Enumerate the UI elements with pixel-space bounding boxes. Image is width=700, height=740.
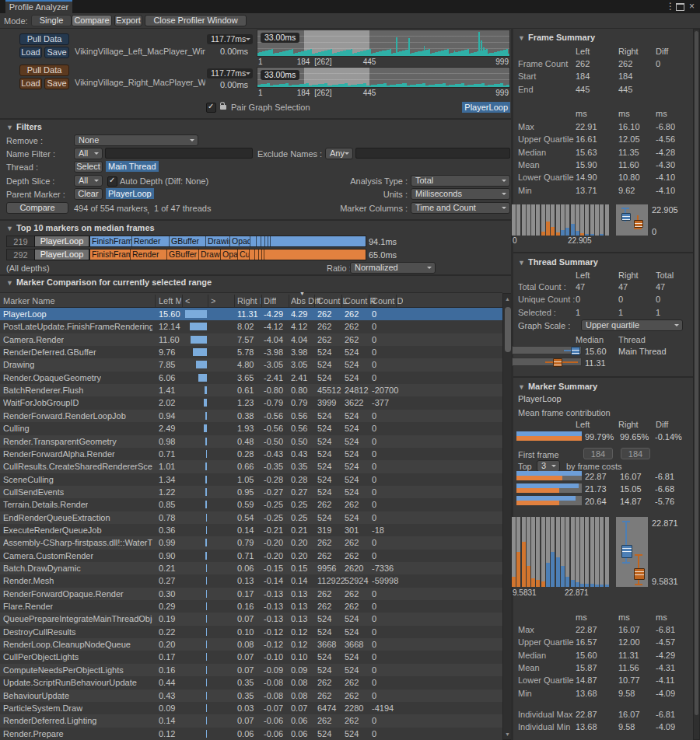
- marker-row[interactable]: Update.ScriptRunBehaviourUpdate0.440.35-…: [0, 676, 502, 689]
- frame-summary-stat-row: Min13.719.62-4.10: [513, 183, 691, 196]
- median-frame-left[interactable]: 219: [6, 236, 35, 247]
- marker-row[interactable]: Batch.DrawDynamic0.210.06-0.150.15995626…: [0, 562, 502, 574]
- analysis-type-dropdown[interactable]: Total: [411, 175, 510, 187]
- marker-row[interactable]: RenderDeferred.Lighting0.140.07-0.060.06…: [0, 714, 502, 727]
- close-icon[interactable]: ×: [689, 1, 695, 12]
- first-frame-right-button[interactable]: 184: [621, 448, 650, 459]
- marker-columns-label: Marker Columns :: [330, 203, 408, 214]
- tab-profile-analyzer[interactable]: Profile Analyzer: [5, 0, 72, 13]
- thread-value: Main Thread: [106, 161, 159, 172]
- ratio-label: Ratio :: [327, 263, 352, 274]
- marker-row[interactable]: Terrain.Details.Render0.850.59-0.250.252…: [0, 498, 502, 511]
- first-frame-left-button[interactable]: 184: [583, 448, 613, 459]
- marker-row[interactable]: SceneCulling1.341.05-0.280.285245240: [0, 473, 502, 486]
- marker-row[interactable]: Drawing7.854.80-3.053.055245240: [0, 358, 502, 371]
- load-left-button[interactable]: Load: [19, 47, 42, 58]
- marker-row[interactable]: ComputeNeedsPerObjectLights0.160.07-0.09…: [0, 664, 502, 676]
- lock-icon[interactable]: [220, 105, 226, 110]
- depth-slice-dropdown[interactable]: All: [74, 175, 103, 187]
- marker-row[interactable]: BehaviourUpdate0.430.35-0.080.082622620: [0, 689, 502, 702]
- marker-row[interactable]: ExecuteRenderQueueJob0.360.14-0.210.2131…: [0, 524, 502, 536]
- col-diff: Diff: [264, 296, 276, 305]
- marker-row[interactable]: PlayerLoop15.6011.31-4.294.292622620: [0, 308, 502, 320]
- remove-dropdown[interactable]: None: [74, 134, 198, 146]
- median-frame-right[interactable]: 292: [6, 249, 35, 260]
- pull-data-left-button[interactable]: Pull Data: [19, 33, 69, 45]
- marker-summary-stat-row: Upper Quartile16.5712.00-4.57: [513, 636, 691, 648]
- name-filter-mode-dropdown[interactable]: All: [74, 148, 103, 159]
- mode-single-button[interactable]: Single: [31, 15, 72, 26]
- top10-bar-left[interactable]: FinishFrameReRenderGBufferDrawingOpaqu: [89, 236, 366, 247]
- right-panel-scrollbar[interactable]: [693, 29, 700, 740]
- marker-row[interactable]: Render.Prepare0.120.06-0.060.065245240: [0, 728, 502, 740]
- marker-row[interactable]: Camera.Render11.607.57-4.044.042622620: [0, 333, 502, 346]
- comparison-table-header[interactable]: Marker Name Left Me < > Right M Diff Abs…: [0, 292, 502, 308]
- close-profiler-window-button[interactable]: Close Profiler Window: [145, 15, 247, 26]
- frame-summary-header[interactable]: ▼Frame Summary: [518, 33, 595, 42]
- save-left-button[interactable]: Save: [44, 47, 69, 58]
- save-right-button[interactable]: Save: [44, 78, 69, 89]
- mode-compare-button[interactable]: Compare: [72, 15, 112, 26]
- thread-summary-header[interactable]: ▼Thread Summary: [518, 257, 598, 267]
- window-tab-bar: Profile Analyzer ⋮ ×: [0, 0, 700, 13]
- auto-depth-checkbox[interactable]: [107, 176, 117, 187]
- pair-graph-checkbox[interactable]: [206, 103, 216, 113]
- exclude-names-label: Exclude Names :: [257, 148, 322, 159]
- export-button[interactable]: Export: [114, 15, 142, 26]
- pull-data-right-button[interactable]: Pull Data: [19, 65, 69, 76]
- comparison-header[interactable]: ▼Marker Comparison for currently selecte…: [6, 278, 212, 287]
- marker-columns-dropdown[interactable]: Time and Count: [411, 202, 510, 214]
- marker-row[interactable]: Culling2.491.93-0.560.565245240: [0, 422, 502, 435]
- thread-select-button[interactable]: Select: [74, 161, 103, 173]
- exclude-names-input[interactable]: [355, 148, 510, 159]
- marker-row[interactable]: RenderForward.RenderLoopJob0.940.38-0.56…: [0, 410, 502, 422]
- parent-clear-button[interactable]: Clear: [74, 188, 103, 200]
- marker-row[interactable]: DestroyCullResults0.220.10-0.120.1252452…: [0, 626, 502, 638]
- marker-row[interactable]: BatchRenderer.Flush1.410.61-0.800.804551…: [0, 384, 502, 396]
- marker-row[interactable]: CullResults.CreateSharedRendererScene1.0…: [0, 460, 502, 473]
- range-max-left-dropdown[interactable]: 117.77ms: [207, 34, 253, 44]
- marker-row[interactable]: Flare.Render0.290.16-0.130.132622620: [0, 600, 502, 613]
- marker-row[interactable]: Render.Mesh0.270.13-0.140.1411292252924-…: [0, 574, 502, 587]
- top10-bar-right[interactable]: FinishFrameRRenderGBufferDrawingOpaquCu: [89, 249, 366, 260]
- marker-row[interactable]: PostLateUpdate.FinishFrameRendering12.14…: [0, 320, 502, 333]
- frame-time-graph-right[interactable]: 33.00ms: [257, 67, 510, 88]
- ratio-dropdown[interactable]: Normalized: [350, 262, 436, 274]
- marker-row[interactable]: CullSendEvents1.220.95-0.270.275245240: [0, 486, 502, 498]
- marker-row[interactable]: Render.OpaqueGeometry6.063.65-2.412.4152…: [0, 372, 502, 384]
- top-n-dropdown[interactable]: 3: [537, 460, 560, 472]
- median-bar: [206, 602, 208, 610]
- name-filter-input[interactable]: [105, 148, 253, 159]
- marker-summary-header[interactable]: ▼Marker Summary: [518, 382, 597, 391]
- maximize-icon[interactable]: [676, 3, 684, 11]
- marker-row[interactable]: CullPerObjectLights0.170.07-0.100.105245…: [0, 651, 502, 663]
- kebab-menu-icon[interactable]: ⋮: [666, 1, 675, 12]
- load-right-button[interactable]: Load: [19, 78, 42, 89]
- marker-row[interactable]: RenderLoop.CleanupNodeQueue0.200.08-0.12…: [0, 638, 502, 651]
- toolbar: Mode: Single Compare Export Close Profil…: [0, 13, 700, 29]
- units-dropdown[interactable]: Milliseconds: [411, 188, 510, 200]
- top10-parent-right[interactable]: PlayerLoop: [34, 249, 89, 260]
- thread-bar-right[interactable]: [512, 358, 582, 366]
- marker-row[interactable]: EndRenderQueueExtraction0.780.54-0.250.2…: [0, 511, 502, 524]
- marker-row[interactable]: QueuePrepareIntegrateMainThreadObjects0.…: [0, 613, 502, 625]
- top10-parent-left[interactable]: PlayerLoop: [34, 236, 89, 247]
- top10-header[interactable]: ▼Top 10 markers on median frames: [6, 223, 155, 232]
- thread-bar-left[interactable]: [512, 346, 582, 354]
- frame-time-graph-left[interactable]: 33.00ms: [257, 30, 510, 57]
- marker-row[interactable]: ParticleSystem.Draw0.090.03-0.070.076474…: [0, 702, 502, 714]
- range-max-right-dropdown[interactable]: 117.77ms: [207, 68, 253, 79]
- marker-row[interactable]: RenderForwardOpaque.Render0.300.17-0.130…: [0, 588, 502, 600]
- marker-row[interactable]: Render.TransparentGeometry0.980.48-0.500…: [0, 435, 502, 448]
- marker-row[interactable]: Assembly-CSharp-firstpass.dll!::WaterTil…: [0, 536, 502, 549]
- marker-row[interactable]: RenderDeferred.GBuffer9.765.78-3.983.985…: [0, 346, 502, 358]
- compare-button[interactable]: Compare: [6, 202, 68, 214]
- exclude-mode-dropdown[interactable]: Any: [325, 148, 353, 159]
- marker-row[interactable]: Camera.CustomRender0.900.71-0.200.202622…: [0, 550, 502, 562]
- filters-header[interactable]: ▼Filters: [6, 122, 42, 131]
- graph-scale-dropdown[interactable]: Upper quartile: [581, 319, 683, 331]
- frame-cost-value: -5.76: [655, 497, 674, 506]
- marker-row[interactable]: WaitForJobGroupID2.021.23-0.790.79399936…: [0, 396, 502, 409]
- marker-row[interactable]: RenderForwardAlpha.Render0.710.28-0.430.…: [0, 448, 502, 460]
- parent-marker-value: PlayerLoop: [106, 188, 154, 199]
